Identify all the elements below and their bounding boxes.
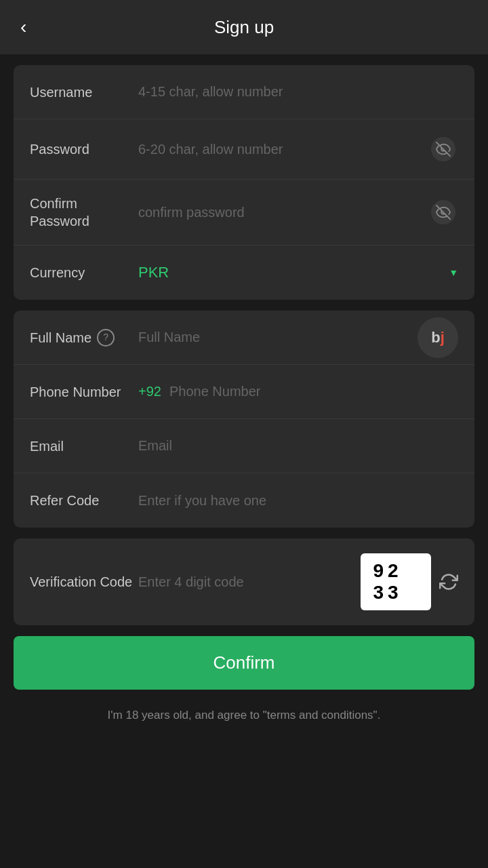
currency-dropdown-arrow: ▼ [449, 267, 458, 278]
eye-icon [431, 137, 455, 161]
verification-input-area: 92 33 [138, 553, 458, 610]
currency-label: Currency [30, 264, 138, 281]
currency-row: Currency PKR ▼ [14, 245, 474, 300]
terms-text: I'm 18 years old, and agree to "terms an… [0, 696, 488, 744]
username-row: Username [14, 65, 474, 119]
email-input[interactable] [138, 438, 458, 454]
phone-input[interactable] [169, 384, 458, 399]
username-input-area [138, 84, 458, 100]
phone-row: Phone Number +92 [14, 365, 474, 419]
verification-label: Verification Code [30, 573, 138, 591]
currency-value: PKR [138, 264, 449, 281]
fullname-input[interactable] [138, 330, 458, 345]
verification-card: Verification Code 92 33 [14, 538, 474, 625]
phone-label: Phone Number [30, 383, 138, 401]
phone-input-area: +92 [138, 384, 458, 399]
fullname-input-area: bj [138, 330, 458, 345]
currency-select-area[interactable]: PKR ▼ [138, 264, 458, 281]
fullname-label: Full Name [30, 329, 92, 347]
bj-logo: bj [418, 317, 458, 358]
refer-code-input-area [138, 493, 458, 509]
account-info-card: Username Password Confirm Password [14, 65, 474, 300]
header: ‹ Sign up [0, 0, 488, 54]
verification-input[interactable] [138, 574, 354, 590]
password-label: Password [30, 140, 138, 158]
page-title: Sign up [214, 17, 274, 38]
confirm-password-label: Confirm Password [30, 195, 138, 230]
confirm-button[interactable]: Confirm [14, 636, 474, 690]
password-input[interactable] [138, 142, 428, 157]
personal-info-card: Full Name ? bj Phone Number +92 Email Re… [14, 311, 474, 528]
password-row: Password [14, 119, 474, 180]
password-input-area [138, 134, 458, 164]
refer-code-row: Refer Code [14, 473, 474, 528]
confirm-password-input[interactable] [138, 205, 428, 220]
email-row: Email [14, 419, 474, 473]
fullname-help-icon: ? [97, 329, 115, 347]
confirm-eye-icon [431, 200, 455, 224]
confirm-password-input-area [138, 197, 458, 227]
verification-row: Verification Code 92 33 [14, 538, 474, 625]
refresh-icon [439, 572, 458, 591]
refer-code-label: Refer Code [30, 492, 138, 509]
eye-slash-icon-2 [436, 205, 451, 220]
back-button[interactable]: ‹ [14, 9, 33, 45]
refer-code-input[interactable] [138, 493, 458, 509]
phone-prefix: +92 [138, 384, 161, 399]
username-input[interactable] [138, 84, 458, 100]
fullname-label-area: Full Name ? [30, 329, 138, 347]
confirm-password-toggle-button[interactable] [428, 197, 458, 227]
password-toggle-button[interactable] [428, 134, 458, 164]
eye-slash-icon [436, 142, 451, 157]
email-input-area [138, 438, 458, 454]
captcha-display: 92 33 [361, 553, 431, 610]
confirm-password-row: Confirm Password [14, 180, 474, 245]
email-label: Email [30, 437, 138, 455]
fullname-row: Full Name ? bj [14, 311, 474, 365]
username-label: Username [30, 83, 138, 101]
refresh-captcha-button[interactable] [439, 572, 458, 591]
